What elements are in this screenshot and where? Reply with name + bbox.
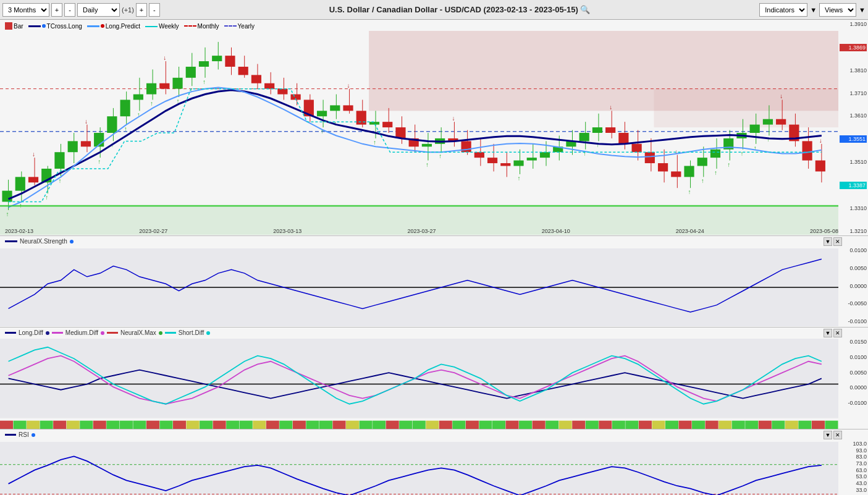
rsi-yaxis: 103.0 93.0 83.0 73.0 63.0 53.0 43.0 33.0…	[838, 429, 868, 495]
diff-label: Long.Diff Medium.Diff NeuralX.Max Short.…	[5, 329, 210, 336]
search-icon[interactable]: 🔍	[580, 5, 590, 14]
toolbar-right: Indicators ▼ Views ▼	[759, 3, 866, 17]
neurx-yaxis: 0.0100 0.0050 0.0000 -0.0050 -0.0100	[838, 236, 868, 327]
period-select[interactable]: 3 Months 1 Week 1 Month 6 Months 1 Year	[2, 3, 49, 17]
offset-plus-button[interactable]: +	[136, 3, 147, 17]
neurx-label: NeuralX.Strength	[5, 238, 74, 245]
rsi-minimize-button[interactable]: ▼	[824, 431, 832, 439]
rsi-controls: ▼ ✕	[824, 431, 842, 439]
diff-minimize-button[interactable]: ▼	[824, 329, 832, 337]
main-chart-panel: Bar TCross.Long Long.Predict Weekly Mont…	[0, 20, 868, 236]
diff-controls: ▼ ✕	[824, 329, 842, 337]
neurx-close-button[interactable]: ✕	[833, 237, 842, 246]
legend-tcross: TCross.Long	[28, 23, 82, 30]
offset-minus-button[interactable]: -	[149, 3, 160, 17]
rsi-close-button[interactable]: ✕	[833, 431, 842, 439]
legend-bar: Bar	[5, 22, 23, 30]
period-minus-button[interactable]: -	[64, 3, 75, 17]
rsi-chart-canvas[interactable]	[0, 442, 838, 495]
main-yaxis: 1.3910 1.3869 1.3810 1.3710 1.3610 1.355…	[838, 20, 868, 235]
views-arrow-icon: ▼	[859, 6, 866, 14]
neurx-minimize-button[interactable]: ▼	[824, 237, 832, 246]
chart-legend: Bar TCross.Long Long.Predict Weekly Mont…	[5, 22, 255, 30]
main-chart-canvas[interactable]	[0, 31, 838, 235]
neurx-controls: ▼ ✕	[824, 237, 842, 246]
period-plus-button[interactable]: +	[51, 3, 62, 17]
legend-monthly: Monthly	[184, 23, 219, 30]
neurx-panel: NeuralX.Strength ▼ ✕ 0.0100 0.0050 0.000…	[0, 236, 868, 328]
offset-label: (+1)	[122, 6, 134, 14]
diff-panel: Long.Diff Medium.Diff NeuralX.Max Short.…	[0, 328, 868, 429]
toolbar: 3 Months 1 Week 1 Month 6 Months 1 Year …	[0, 0, 868, 20]
indicators-arrow-icon: ▼	[810, 6, 817, 14]
neurx-chart-canvas[interactable]	[0, 248, 838, 326]
rsi-label: RSI	[5, 431, 35, 438]
rsi-panel: RSI ▼ ✕ 103.0 93.0 83.0 73.0 63.0 53.0 4…	[0, 429, 868, 495]
frequency-select[interactable]: Daily Weekly Monthly	[77, 3, 120, 17]
indicators-select[interactable]: Indicators	[759, 3, 807, 17]
legend-yearly: Yearly	[224, 23, 255, 30]
legend-weekly: Weekly	[145, 23, 179, 30]
diff-yaxis: 0.0150 0.0100 0.0050 0.0000 -0.0100	[838, 328, 868, 408]
date-axis: 2023-02-13 2023-02-27 2023-03-13 2023-03…	[5, 228, 838, 234]
diff-chart-canvas[interactable]	[0, 339, 838, 429]
chart-container: Bar TCross.Long Long.Predict Weekly Mont…	[0, 20, 868, 495]
diff-close-button[interactable]: ✕	[833, 329, 842, 337]
legend-longpredict: Long.Predict	[87, 23, 140, 30]
views-select[interactable]: Views	[819, 3, 856, 17]
chart-title: U.S. Dollar / Canadian Dollar - USD/CAD …	[162, 5, 757, 14]
